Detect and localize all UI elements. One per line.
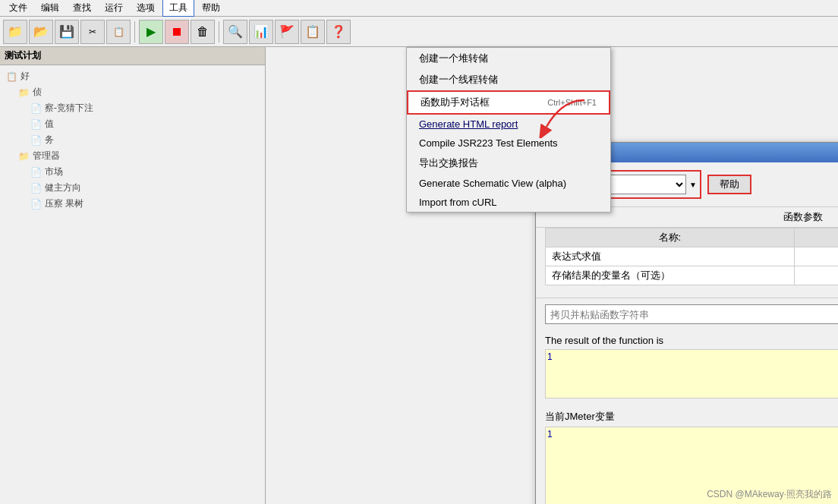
dropdown-menu: 创建一个堆转储 创建一个线程转储 函数助手对话框 Ctrl+Shift+F1 G…	[406, 47, 611, 213]
tree-label: 管理器	[33, 150, 60, 162]
tree-item[interactable]: 📁 侦	[3, 84, 262, 100]
menu-html-report[interactable]: Generate HTML report	[407, 115, 610, 134]
tree-item[interactable]: 📋 好	[3, 68, 262, 84]
param-value-input[interactable]	[801, 270, 838, 282]
menu-item-label: 函数助手对话框	[421, 96, 490, 109]
toolbar-search[interactable]: 🔍	[223, 20, 247, 44]
menu-item-label: 导出交换报告	[419, 156, 478, 170]
menu-import-curl[interactable]: Import from cURL	[407, 193, 610, 212]
menu-file[interactable]: 文件	[3, 0, 33, 16]
menu-item-label: 创建一个堆转储	[419, 52, 488, 65]
toolbar-chart[interactable]: 📊	[249, 20, 273, 44]
menu-item-label: Import from cURL	[419, 197, 497, 208]
tree-item[interactable]: 📄 健主方向	[3, 180, 262, 196]
params-table-container: 名称: 值 表达式求值 存储结果的变量名（可选）	[536, 228, 838, 291]
main-panel: 创建一个堆转储 创建一个线程转储 函数助手对话框 Ctrl+Shift+F1 G…	[266, 47, 838, 504]
toolbar: 📁 📂 💾 ✂ 📋 ▶ ⏹ 🗑 🔍 📊 🚩 📋 ❓	[0, 17, 838, 47]
menu-run[interactable]: 运行	[99, 0, 129, 16]
help-button[interactable]: 帮助	[707, 175, 751, 194]
result-section: The result of the function is 1 ▼	[536, 330, 838, 405]
menu-bar: 文件 编辑 查找 运行 选项 工具 帮助	[0, 0, 838, 17]
toolbar-copy[interactable]: 📋	[106, 20, 131, 44]
param-value-input[interactable]	[801, 251, 838, 263]
variables-label: 当前JMeter变量	[545, 410, 838, 424]
tree-item[interactable]: 📄 市场	[3, 164, 262, 180]
param-row: 存储结果的变量名（可选）	[546, 266, 839, 285]
toolbar-flag[interactable]: 🚩	[275, 20, 299, 44]
menu-help[interactable]: 帮助	[196, 0, 226, 16]
tree-icon: 📄	[30, 199, 42, 209]
generate-input[interactable]	[545, 304, 838, 324]
toolbar-start[interactable]: ▶	[139, 20, 163, 44]
tree-icon: 📄	[30, 103, 42, 114]
tree-label: 察-竞猜下注	[45, 102, 93, 115]
tree-icon: 📁	[18, 87, 30, 98]
tree-label: 务	[45, 134, 54, 146]
tree-icon: 📁	[18, 151, 30, 162]
menu-item-label: 创建一个线程转储	[419, 73, 498, 87]
param-name-cell: 表达式求值	[546, 247, 795, 266]
tree-label: 值	[45, 118, 54, 131]
tree-item[interactable]: 📄 值	[3, 116, 262, 132]
variables-value: 1	[547, 429, 553, 439]
tree-area: 📋 好 📁 侦 📄 察-竞猜下注 📄 值 📄 务	[0, 65, 265, 504]
panel-header: 测试计划	[0, 47, 265, 65]
menu-edit[interactable]: 编辑	[35, 0, 65, 16]
tree-icon: 📋	[6, 71, 17, 82]
tree-label: 市场	[45, 165, 63, 178]
tree-icon: 📄	[30, 167, 42, 178]
generate-section: 生成 重置变量	[536, 298, 838, 330]
toolbar-open[interactable]: 📂	[29, 20, 53, 44]
result-textarea[interactable]	[545, 349, 838, 398]
toolbar-cut[interactable]: ✂	[80, 20, 105, 44]
tree-label: 健主方向	[45, 181, 81, 194]
param-value-cell[interactable]	[794, 266, 838, 285]
param-row: 表达式求值	[546, 247, 839, 266]
tree-item[interactable]: 📄 察-竞猜下注	[3, 100, 262, 116]
menu-find[interactable]: 查找	[67, 0, 97, 16]
toolbar-new[interactable]: 📁	[3, 20, 27, 44]
result-value: 1	[547, 351, 553, 362]
menu-compile-jsr[interactable]: Compile JSR223 Test Elements	[407, 134, 610, 153]
col-header-name: 名称:	[546, 228, 795, 247]
tree-item[interactable]: 📁 管理器	[3, 148, 262, 164]
tree-item[interactable]: 📄 务	[3, 132, 262, 148]
menu-item-label: Generate HTML report	[419, 118, 518, 130]
col-header-value: 值	[794, 228, 838, 247]
toolbar-stop[interactable]: ⏹	[165, 20, 189, 44]
result-label: The result of the function is	[545, 335, 838, 346]
content-area: 测试计划 📋 好 📁 侦 📄 察-竞猜下注 📄 值	[0, 47, 838, 504]
toolbar-sep2	[219, 21, 219, 43]
menu-function-helper[interactable]: 函数助手对话框 Ctrl+Shift+F1	[407, 90, 610, 115]
menu-options[interactable]: 选项	[131, 0, 161, 16]
tree-label: 压察 果树	[45, 197, 83, 210]
app-window: 文件 编辑 查找 运行 选项 工具 帮助 📁 📂 💾 ✂ 📋 ▶ ⏹ 🗑 🔍 📊…	[0, 0, 838, 504]
menu-item-label: Compile JSR223 Test Elements	[419, 137, 558, 149]
left-panel: 测试计划 📋 好 📁 侦 📄 察-竞猜下注 📄 值	[0, 47, 266, 504]
toolbar-help[interactable]: ❓	[326, 20, 351, 44]
watermark: CSDN @MAkeway·照亮我的路	[707, 488, 832, 501]
menu-tools[interactable]: 工具	[162, 0, 194, 17]
toolbar-save[interactable]: 💾	[55, 20, 79, 44]
toolbar-sep1	[134, 21, 135, 43]
menu-shortcut: Ctrl+Shift+F1	[547, 98, 597, 107]
toolbar-list[interactable]: 📋	[301, 20, 325, 44]
param-name-cell: 存储结果的变量名（可选）	[546, 266, 795, 285]
tree-label: 侦	[33, 86, 42, 99]
param-value-cell[interactable]	[794, 247, 838, 266]
tree-item[interactable]: 📄 压察 果树	[3, 196, 262, 212]
dropdown-arrow-icon: ▼	[689, 181, 697, 189]
result-area: 1 ▼	[545, 349, 838, 401]
menu-create-thread-dump[interactable]: 创建一个线程转储	[407, 69, 610, 90]
tree-label: 好	[20, 70, 30, 83]
toolbar-clear[interactable]: 🗑	[191, 20, 215, 44]
tree-icon: 📄	[30, 135, 42, 146]
menu-export-report[interactable]: 导出交换报告	[407, 153, 610, 174]
menu-schematic-view[interactable]: Generate Schematic View (alpha)	[407, 174, 610, 193]
params-table: 名称: 值 表达式求值 存储结果的变量名（可选）	[545, 228, 838, 285]
tree-icon: 📄	[30, 119, 42, 130]
menu-create-heap-dump[interactable]: 创建一个堆转储	[407, 48, 610, 69]
menu-item-label: Generate Schematic View (alpha)	[419, 178, 566, 189]
tree-icon: 📄	[30, 183, 42, 194]
